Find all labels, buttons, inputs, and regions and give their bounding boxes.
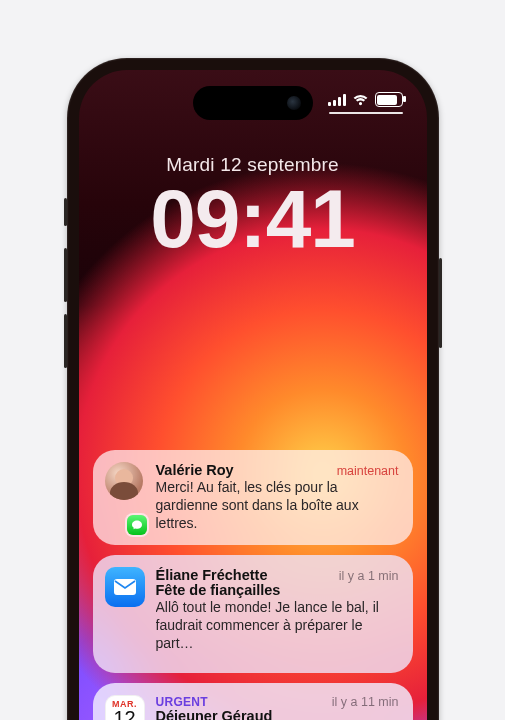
status-bar-right (328, 92, 403, 107)
notification-urgent-tag: URGENT (156, 695, 208, 709)
cellular-signal-icon (328, 94, 346, 106)
notification-messages[interactable]: Valérie Roy maintenant Merci! Au fait, l… (93, 450, 413, 545)
notification-message: Allô tout le monde! Je lance le bal, il … (156, 599, 399, 653)
mute-switch[interactable] (64, 198, 67, 226)
svg-rect-0 (114, 579, 136, 595)
notification-stack: Valérie Roy maintenant Merci! Au fait, l… (93, 450, 413, 720)
notification-message: Merci! Au fait, les clés pour la gardien… (156, 479, 399, 533)
notification-sender: Éliane Fréchette (156, 567, 268, 583)
notification-subject: Fête de fiançailles (156, 582, 399, 598)
notification-sender: Valérie Roy (156, 462, 234, 478)
notification-timestamp: il y a 1 min (339, 569, 399, 583)
mail-app-icon (105, 567, 145, 607)
volume-up-button[interactable] (64, 248, 67, 302)
power-button[interactable] (439, 258, 442, 348)
volume-down-button[interactable] (64, 314, 67, 368)
stage: Mardi 12 septembre 09:41 Valérie Roy (0, 0, 505, 720)
battery-icon (375, 92, 403, 107)
status-underline (329, 112, 403, 114)
calendar-app-icon: MAR. 12 (105, 695, 145, 720)
notification-body: Valérie Roy maintenant Merci! Au fait, l… (156, 462, 399, 533)
messages-app-icon (127, 515, 147, 535)
dynamic-island[interactable] (193, 86, 313, 120)
contact-avatar (105, 462, 143, 500)
notification-timestamp: maintenant (337, 464, 399, 478)
phone-frame: Mardi 12 septembre 09:41 Valérie Roy (67, 58, 439, 720)
lock-screen[interactable]: Mardi 12 septembre 09:41 Valérie Roy (79, 70, 427, 720)
notification-icon-wrap (105, 462, 145, 533)
notification-body: Éliane Fréchette il y a 1 min Fête de fi… (156, 567, 399, 661)
notification-calendar[interactable]: MAR. 12 URGENT il y a 11 min Déjeuner Gé… (93, 683, 413, 720)
lockscreen-time: 09:41 (79, 178, 427, 260)
notification-timestamp: il y a 11 min (332, 695, 399, 709)
notification-mail[interactable]: Éliane Fréchette il y a 1 min Fête de fi… (93, 555, 413, 673)
datetime-block: Mardi 12 septembre 09:41 (79, 154, 427, 260)
notification-icon-wrap: MAR. 12 (105, 695, 145, 720)
wifi-icon (352, 93, 369, 106)
notification-icon-wrap (105, 567, 145, 661)
calendar-day-of-month: 12 (113, 708, 135, 720)
notification-title: Déjeuner Géraud (156, 708, 399, 720)
notification-body: URGENT il y a 11 min Déjeuner Géraud (156, 695, 399, 720)
